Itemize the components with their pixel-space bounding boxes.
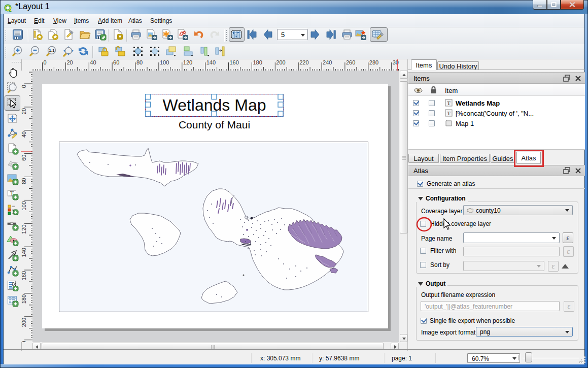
- svg-text:200: 200: [276, 59, 285, 65]
- svg-text:80: 80: [136, 59, 143, 65]
- svg-text:100: 100: [21, 201, 27, 210]
- svg-text:120: 120: [183, 59, 192, 65]
- svg-text:200: 200: [21, 318, 27, 327]
- svg-text:220: 220: [299, 59, 308, 65]
- svg-text:0: 0: [44, 59, 47, 65]
- svg-text:1:1: 1:1: [49, 48, 55, 53]
- svg-text:60: 60: [113, 59, 119, 65]
- svg-text:280: 280: [369, 59, 378, 65]
- svg-text:260: 260: [346, 59, 355, 65]
- svg-text:160: 160: [230, 59, 239, 65]
- svg-text:120: 120: [21, 224, 27, 233]
- svg-text:180: 180: [253, 59, 262, 65]
- svg-text:220: 220: [21, 341, 27, 342]
- svg-text:40: 40: [21, 131, 27, 138]
- svg-text:160: 160: [21, 271, 27, 280]
- svg-text:40: 40: [90, 59, 96, 65]
- svg-text:20: 20: [21, 108, 27, 114]
- svg-text:60: 60: [21, 155, 27, 161]
- svg-text:140: 140: [206, 59, 216, 65]
- svg-text:80: 80: [21, 178, 27, 184]
- svg-text:T: T: [447, 110, 451, 116]
- svg-text:240: 240: [323, 59, 332, 65]
- svg-text:300: 300: [393, 59, 399, 65]
- svg-text:100: 100: [160, 59, 169, 65]
- svg-text:180: 180: [21, 294, 27, 304]
- svg-text:20: 20: [66, 59, 73, 65]
- svg-text:0: 0: [21, 85, 27, 88]
- svg-text:140: 140: [21, 248, 27, 257]
- svg-text:T: T: [447, 100, 451, 106]
